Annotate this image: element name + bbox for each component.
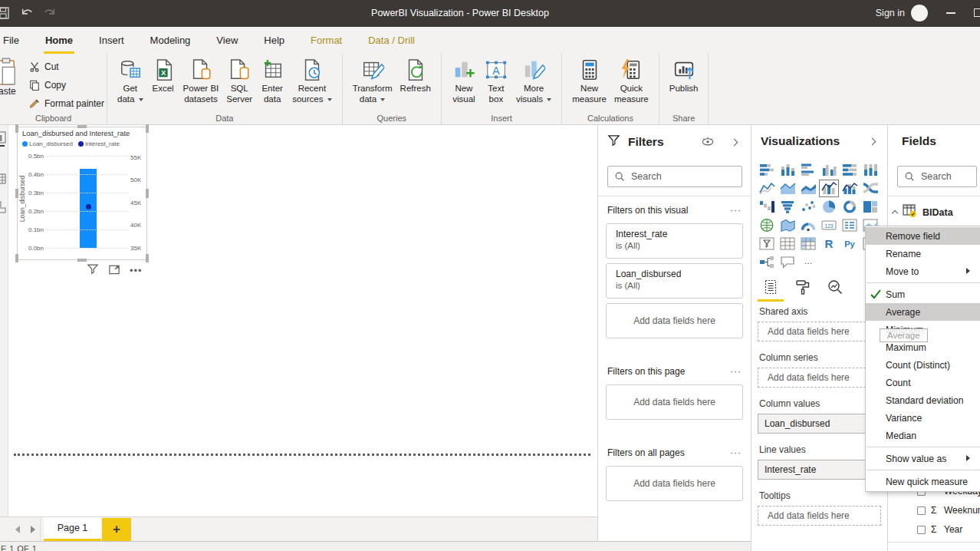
excel-button[interactable]: XExcel: [147, 57, 179, 104]
viz-icon-stacked-bar-100-chart[interactable]: [840, 162, 859, 178]
collapse-visualizations-icon[interactable]: [869, 137, 876, 145]
viz-icon-stacked-area-chart[interactable]: [799, 180, 817, 196]
resize-handle[interactable]: [146, 189, 149, 198]
next-page-arrow-icon[interactable]: [31, 526, 35, 533]
viz-icon-scatter-chart[interactable]: [799, 199, 817, 215]
viz-icon-map[interactable]: [758, 217, 776, 233]
paste-icon[interactable]: [0, 58, 17, 87]
new-measure-button[interactable]: Newmeasure: [568, 57, 610, 104]
viz-icon-matrix[interactable]: [799, 236, 817, 252]
menu-tab-insert[interactable]: Insert: [97, 27, 126, 54]
sql-server-button[interactable]: SQLServer: [222, 57, 256, 104]
section-more-options-icon[interactable]: ···: [730, 447, 742, 461]
visual-more-options-icon[interactable]: •••: [130, 265, 143, 276]
field-row-weeknum[interactable]: ΣWeeknum: [917, 505, 980, 516]
viz-icon-waterfall-chart[interactable]: [758, 199, 776, 215]
well-field-interest-rate[interactable]: Interest_rate: [758, 460, 881, 480]
context-menu-item-average[interactable]: Average: [866, 303, 980, 321]
viz-icon-stacked-column-chart[interactable]: [778, 162, 797, 178]
viz-icon-area-chart[interactable]: [778, 180, 797, 196]
visual-filter-icon[interactable]: [87, 263, 99, 278]
viz-icon-r-script-visual[interactable]: R: [820, 236, 838, 252]
viz-icon-qa-visual[interactable]: [778, 254, 797, 270]
context-menu-item-remove-field[interactable]: Remove field: [866, 227, 980, 245]
viz-icon-card[interactable]: 123: [820, 217, 838, 233]
field-checkbox[interactable]: [917, 526, 926, 534]
context-menu-item-sum[interactable]: Sum: [866, 285, 980, 303]
menu-tab-home[interactable]: Home: [44, 27, 74, 54]
enter-data-button[interactable]: Enterdata: [256, 57, 288, 104]
viz-icon-multi-row-card[interactable]: [840, 217, 859, 233]
power-bi-datasets-button[interactable]: Power BIdatasets: [179, 57, 223, 104]
menu-tab-help[interactable]: Help: [262, 27, 286, 54]
context-menu-item-move-to[interactable]: Move to: [866, 262, 980, 280]
page-tab-page1[interactable]: Page 1: [44, 517, 101, 541]
viz-icon-table[interactable]: [778, 236, 797, 252]
context-menu-item-rename[interactable]: Rename: [866, 245, 980, 262]
fields-tab-icon[interactable]: [762, 279, 779, 295]
viz-icon-python-visual[interactable]: Py: [840, 236, 859, 252]
avatar[interactable]: [911, 5, 928, 21]
fields-search-input[interactable]: Search: [897, 166, 977, 187]
point-interest-rate[interactable]: [86, 204, 91, 210]
section-more-options-icon[interactable]: ···: [730, 205, 742, 219]
context-menu-item-show-value-as[interactable]: Show value as: [866, 450, 980, 467]
viz-icon-line-stacked-column-chart[interactable]: [840, 180, 859, 196]
menu-tab-data-drill[interactable]: Data / Drill: [367, 27, 416, 54]
viz-icon-gauge[interactable]: [799, 217, 817, 233]
viz-icon-funnel-chart[interactable]: [778, 199, 797, 215]
menu-tab-file[interactable]: File: [2, 27, 21, 54]
format-painter-button[interactable]: Format painter: [29, 98, 104, 109]
cut-button[interactable]: Cut: [29, 61, 59, 72]
resize-handle[interactable]: [77, 125, 87, 128]
viz-icon-line-chart[interactable]: [758, 180, 776, 196]
filter-card-interest-rate[interactable]: Interest_rateis (All): [606, 223, 743, 259]
viz-icon-treemap[interactable]: [861, 199, 880, 215]
viz-icon-line-clustered-column-chart[interactable]: [820, 180, 838, 196]
viz-icon-clustered-column-chart[interactable]: [820, 162, 838, 178]
menu-tab-modeling[interactable]: Modeling: [149, 27, 192, 54]
viz-icon-ribbon-chart[interactable]: [861, 180, 880, 196]
viz-icon-stacked-bar-chart[interactable]: [758, 162, 776, 178]
viz-icon-key-influencers[interactable]: [758, 254, 776, 270]
transform-data-button[interactable]: Transformdata: [349, 57, 396, 104]
report-canvas[interactable]: Loan_disbursed and Interest_rate Loan_di…: [8, 125, 597, 516]
context-menu-item-new-quick-measure[interactable]: New quick measure: [866, 473, 980, 490]
well-field-loan-disbursed[interactable]: Loan_disbursed: [758, 414, 881, 434]
viz-icon-more-options[interactable]: …: [799, 254, 817, 270]
new-visual-button[interactable]: Newvisual: [448, 57, 480, 104]
quick-measure-button[interactable]: Quickmeasure: [610, 57, 653, 104]
get-data-button[interactable]: Getdata: [113, 57, 147, 104]
minimize-button[interactable]: [946, 12, 955, 14]
context-menu-item-count-distinct[interactable]: Count (Distinct): [866, 356, 980, 374]
publish-button[interactable]: Publish: [666, 57, 702, 94]
well-drop-zone-shared-axis[interactable]: Add data fields here: [758, 322, 881, 341]
more-visuals-button[interactable]: Morevisuals: [512, 57, 555, 104]
sign-in-button[interactable]: Sign in: [876, 0, 905, 27]
viz-icon-donut-chart[interactable]: [840, 199, 859, 215]
filters-search-input[interactable]: Search: [607, 166, 742, 187]
collapse-dataset-icon[interactable]: [892, 210, 898, 216]
resize-handle[interactable]: [15, 124, 18, 133]
copy-button[interactable]: Copy: [29, 80, 66, 91]
filter-drop-zone[interactable]: Add data fields here: [606, 303, 743, 338]
viz-icon-clustered-bar-chart[interactable]: [799, 162, 817, 178]
section-more-options-icon[interactable]: ···: [730, 366, 742, 380]
paste-button-label[interactable]: aste: [0, 86, 16, 97]
focus-mode-icon[interactable]: [108, 263, 120, 278]
viz-icon-filled-map[interactable]: [778, 217, 797, 233]
field-checkbox[interactable]: [917, 506, 926, 515]
filter-drop-zone[interactable]: Add data fields here: [606, 466, 743, 501]
combo-chart-visual[interactable]: Loan_disbursed and Interest_rate Loan_di…: [17, 127, 147, 260]
analytics-tab-icon[interactable]: [827, 279, 844, 295]
context-menu-item-variance[interactable]: Variance: [866, 409, 980, 427]
add-page-button[interactable]: +: [102, 518, 131, 541]
context-menu-item-count[interactable]: Count: [866, 374, 980, 391]
menu-tab-view[interactable]: View: [215, 27, 239, 54]
viz-icon-stacked-column-100-chart[interactable]: [861, 162, 880, 178]
prev-page-arrow-icon[interactable]: [15, 526, 20, 533]
viz-icon-pie-chart[interactable]: [820, 199, 838, 215]
well-drop-zone-tooltips[interactable]: Add data fields here: [758, 506, 881, 526]
refresh-button[interactable]: Refresh: [396, 57, 435, 104]
maximize-button[interactable]: [974, 8, 980, 17]
